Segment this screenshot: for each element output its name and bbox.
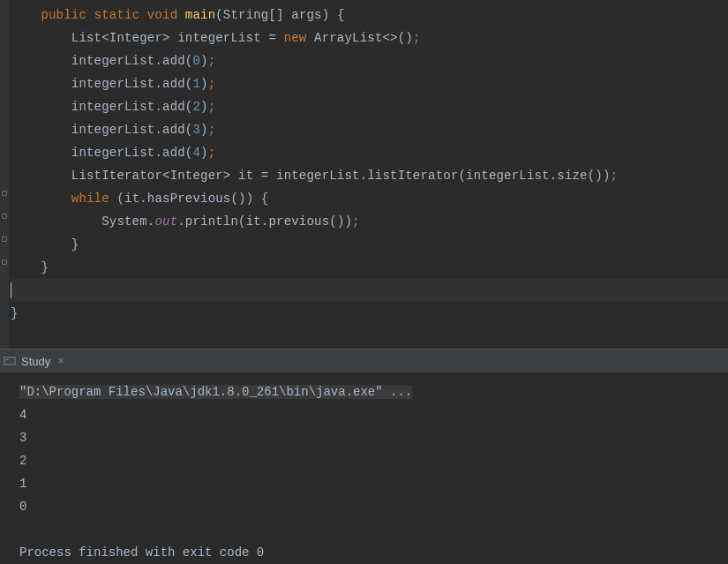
code-line: } [11,306,19,320]
gutter-mark [2,237,7,242]
gutter-mark [2,259,7,265]
code-line: } [11,237,79,252]
editor-gutter [0,0,9,349]
code-line: while (it.hasPrevious()) { [11,192,268,206]
console-command: "D:\Program Files\Java\jdk1.8.0_261\bin\… [19,385,412,399]
console-output-line: 1 [19,477,26,491]
console-output-line: 2 [19,454,26,468]
run-tab-label[interactable]: Study [21,355,50,368]
code-editor[interactable]: public static void main(String[] args) {… [0,0,728,349]
run-tab-bar: Study × [0,349,728,373]
console-output-line: 0 [19,500,26,514]
code-line: integerList.add(0); [11,54,215,68]
code-line: public static void main(String[] args) { [11,8,345,22]
run-console[interactable]: "D:\Program Files\Java\jdk1.8.0_261\bin\… [0,373,728,564]
svg-rect-1 [6,359,9,360]
code-line: System.out.println(it.previous()); [11,214,360,229]
console-output-line: 4 [19,408,26,422]
text-cursor [11,282,11,298]
close-icon[interactable]: × [57,355,64,367]
code-content[interactable]: public static void main(String[] args) {… [9,0,728,349]
svg-rect-0 [4,357,15,365]
console-output-line: 3 [19,431,26,445]
code-line: ListIterator<Integer> it = integerList.l… [11,169,618,183]
gutter-mark [2,191,7,196]
cursor-line [11,279,728,302]
code-line: integerList.add(3); [11,123,215,137]
code-line: List<Integer> integerList = new ArrayLis… [11,31,421,45]
code-line: integerList.add(4); [11,146,215,160]
code-line: integerList.add(2); [11,100,215,114]
code-line: integerList.add(1); [11,77,215,91]
gutter-mark [2,214,7,219]
console-exit-message: Process finished with exit code 0 [19,545,264,560]
code-line: } [11,260,49,274]
run-config-icon [4,355,16,367]
